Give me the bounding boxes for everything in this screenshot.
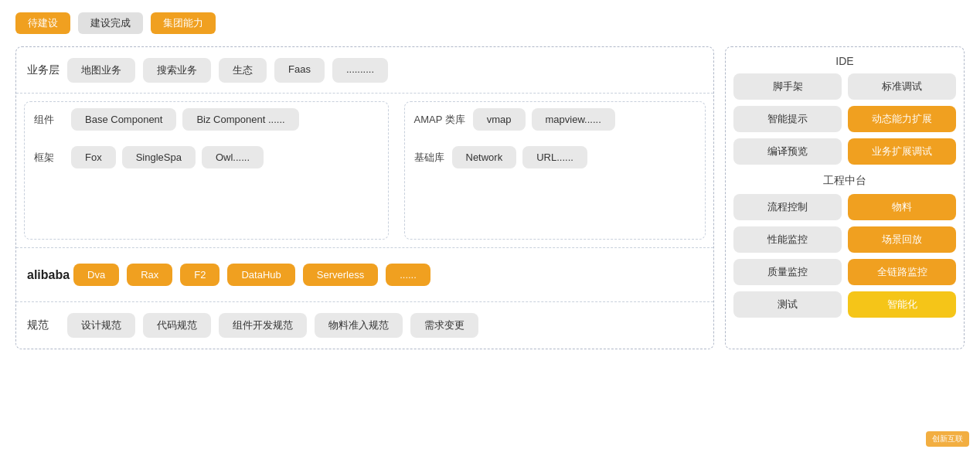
base-items: NetworkURL...... xyxy=(452,146,587,168)
ide-grid: 脚手架标准调试智能提示动态能力扩展编译预览业务扩展调试 xyxy=(733,73,956,165)
main-layout: 业务层 地图业务搜索业务生态Faas.......... 组件 Base Com… xyxy=(15,46,965,349)
chip: Rax xyxy=(127,264,172,286)
watermark: 创新互联 xyxy=(926,431,969,447)
chip: Serverless xyxy=(303,264,378,286)
chip: SingleSpa xyxy=(122,146,196,168)
business-layer-row: 业务层 地图业务搜索业务生态Faas.......... xyxy=(16,47,713,94)
alibaba-row: alibaba DvaRaxF2DataHubServerless...... xyxy=(16,248,713,302)
legend-group-btn[interactable]: 集团能力 xyxy=(151,12,216,34)
chip: 搜索业务 xyxy=(143,58,211,83)
chip: 智能化 xyxy=(848,291,956,318)
components-label: 组件 xyxy=(34,113,63,127)
chip: Base Component xyxy=(71,108,176,131)
amap-row: AMAP 类库 vmapmapview...... xyxy=(414,108,696,131)
legend-pending-btn[interactable]: 待建设 xyxy=(15,12,70,34)
chip: 流程控制 xyxy=(733,194,842,220)
chip: 代码规范 xyxy=(143,313,211,338)
chip: 生态 xyxy=(219,58,267,83)
norms-row: 规范 设计规范代码规范组件开发规范物料准入规范需求变更 xyxy=(16,302,713,349)
chip: 组件开发规范 xyxy=(219,313,307,338)
sub-box-right: AMAP 类库 vmapmapview...... 基础库 NetworkURL… xyxy=(404,101,706,240)
chip: 性能监控 xyxy=(733,226,842,253)
chip: ...... xyxy=(386,264,430,286)
main-container: 待建设 建设完成 集团能力 业务层 地图业务搜索业务生态Faas........… xyxy=(0,0,980,456)
legend-bar: 待建设 建设完成 集团能力 xyxy=(15,12,965,34)
middle-row: 组件 Base ComponentBiz Component ...... 框架… xyxy=(16,94,713,248)
framework-label: 框架 xyxy=(34,151,63,165)
chip: 编译预览 xyxy=(733,138,842,165)
chip: vmap xyxy=(473,108,526,131)
chip: .......... xyxy=(332,58,388,83)
chip: Network xyxy=(452,146,517,168)
legend-done-btn[interactable]: 建设完成 xyxy=(78,12,143,34)
framework-items: FoxSingleSpaOwl...... xyxy=(71,146,264,168)
alibaba-items: DvaRaxF2DataHubServerless...... xyxy=(73,264,703,286)
chip: 场景回放 xyxy=(848,226,956,253)
engineering-title: 工程中台 xyxy=(733,174,956,188)
chip: URL...... xyxy=(522,146,587,168)
chip: 测试 xyxy=(733,291,842,318)
chip: 全链路监控 xyxy=(848,259,956,285)
left-panel: 业务层 地图业务搜索业务生态Faas.......... 组件 Base Com… xyxy=(15,46,714,349)
chip: 质量监控 xyxy=(733,259,842,285)
chip: Biz Component ...... xyxy=(182,108,298,131)
chip: Owl...... xyxy=(202,146,264,168)
chip: 标准调试 xyxy=(848,73,956,100)
sub-box-left: 组件 Base ComponentBiz Component ...... 框架… xyxy=(24,101,389,240)
chip: F2 xyxy=(180,264,219,286)
chip: mapview...... xyxy=(532,108,615,131)
business-layer-label: 业务层 xyxy=(27,63,67,77)
chip: 地图业务 xyxy=(67,58,135,83)
chip: Dva xyxy=(73,264,119,286)
components-items: Base ComponentBiz Component ...... xyxy=(71,108,299,131)
chip: 物料 xyxy=(848,194,956,220)
amap-label: AMAP 类库 xyxy=(414,113,465,127)
components-row: 组件 Base ComponentBiz Component ...... xyxy=(34,108,379,131)
chip: 需求变更 xyxy=(410,313,478,338)
norms-items: 设计规范代码规范组件开发规范物料准入规范需求变更 xyxy=(67,313,703,338)
chip: Faas xyxy=(274,58,325,83)
chip: 物料准入规范 xyxy=(315,313,403,338)
alibaba-label: alibaba xyxy=(27,268,73,282)
chip: Fox xyxy=(71,146,116,168)
chip: 动态能力扩展 xyxy=(848,106,956,132)
base-row: 基础库 NetworkURL...... xyxy=(414,146,696,168)
chip: 业务扩展调试 xyxy=(848,138,956,165)
business-items: 地图业务搜索业务生态Faas.......... xyxy=(67,58,703,83)
chip: 智能提示 xyxy=(733,106,842,132)
chip: 脚手架 xyxy=(733,73,842,100)
chip: DataHub xyxy=(227,264,294,286)
eng-grid: 流程控制物料性能监控场景回放质量监控全链路监控测试智能化 xyxy=(733,194,956,318)
base-label: 基础库 xyxy=(414,151,444,165)
amap-items: vmapmapview...... xyxy=(473,108,615,131)
norms-label: 规范 xyxy=(27,318,67,332)
ide-title: IDE xyxy=(733,55,956,67)
chip: 设计规范 xyxy=(67,313,135,338)
framework-row: 框架 FoxSingleSpaOwl...... xyxy=(34,146,379,168)
right-panel: IDE 脚手架标准调试智能提示动态能力扩展编译预览业务扩展调试 工程中台 流程控… xyxy=(725,46,965,349)
